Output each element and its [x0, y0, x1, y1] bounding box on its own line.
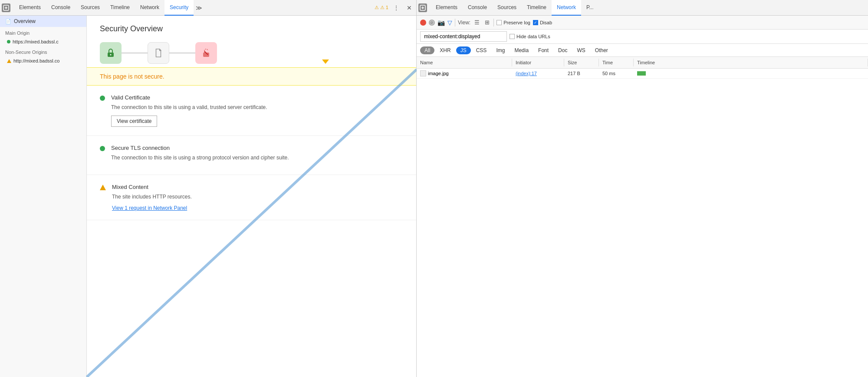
right-tab-console[interactable]: Console — [463, 0, 492, 16]
filter-tab-font[interactable]: Font — [534, 46, 553, 54]
right-panel: Elements Console Sources Timeline Networ… — [417, 0, 868, 377]
cert-title: Valid Certificate — [111, 94, 403, 101]
menu-button[interactable]: ⋮ — [391, 3, 401, 13]
warning-triangle-icon — [7, 59, 11, 63]
disable-cache-checkbox-container[interactable]: ✓ Disab — [533, 20, 552, 25]
left-panel-body: 📄 Overview Main Origin https://mixed.bad… — [0, 16, 416, 377]
row-size: 217 B — [564, 69, 599, 78]
close-button[interactable]: ✕ — [404, 3, 414, 13]
right-tab-timeline[interactable]: Timeline — [522, 0, 552, 16]
disable-cache-checkbox[interactable]: ✓ — [533, 20, 538, 25]
toolbar-sep-2 — [493, 19, 494, 26]
devtools-logo — [2, 3, 10, 12]
disable-cache-label: Disab — [540, 20, 552, 25]
overview-icon: 📄 — [5, 19, 11, 24]
security-main-content: Security Overview T — [87, 16, 416, 377]
row-name-text: image.jpg — [428, 71, 449, 76]
filter-tab-js[interactable]: JS — [456, 46, 471, 54]
camera-icon: 📷 — [437, 19, 445, 26]
sidebar: 📄 Overview Main Origin https://mixed.bad… — [0, 16, 87, 377]
header-name[interactable]: Name — [417, 59, 512, 66]
tls-green-dot — [100, 146, 105, 151]
table-row[interactable]: image.jpg (index):17 217 B 50 ms — [417, 69, 868, 79]
hide-data-urls-checkbox[interactable] — [510, 34, 515, 39]
right-tab-more[interactable]: P... — [581, 0, 598, 16]
main-origin-section: Main Origin — [0, 27, 86, 37]
doc-icon — [148, 42, 169, 64]
warning-badge: ⚠ ⚠ 1 — [375, 5, 388, 10]
sidebar-item-main-origin[interactable]: https://mixed.badssl.c — [0, 37, 86, 46]
cert-content: Valid Certificate The connection to this… — [111, 94, 403, 127]
tls-desc: The connection to this site is using a s… — [111, 154, 403, 162]
section-row-tls: Secure TLS connection The connection to … — [100, 145, 403, 166]
hide-data-urls-label: Hide data URLs — [516, 34, 550, 39]
progress-arrow — [322, 60, 329, 64]
tab-elements[interactable]: Elements — [14, 0, 46, 16]
section-row-mixed: Mixed Content The site includes HTTP res… — [100, 184, 403, 211]
non-secure-section: Non-Secure Origins — [0, 46, 86, 56]
header-initiator[interactable]: Initiator — [512, 59, 564, 66]
preserve-log-checkbox-container[interactable]: Preserve log — [496, 20, 530, 25]
hide-data-urls-container[interactable]: Hide data URLs — [510, 34, 550, 39]
security-overview-title: Security Overview — [87, 16, 416, 38]
network-table-header: Name Initiator Size Time Timeline — [417, 57, 868, 69]
tls-content: Secure TLS connection The connection to … — [111, 145, 403, 166]
tls-title: Secure TLS connection — [111, 145, 403, 151]
tab-network[interactable]: Network — [135, 0, 164, 16]
row-initiator[interactable]: (index):17 — [512, 69, 564, 78]
preserve-log-label: Preserve log — [503, 20, 530, 25]
view-certificate-button[interactable]: View certificate — [111, 116, 157, 127]
sidebar-item-overview[interactable]: 📄 Overview — [0, 16, 86, 27]
green-dot-icon — [7, 40, 10, 43]
lock-icon — [100, 42, 122, 64]
right-tab-elements[interactable]: Elements — [431, 0, 463, 16]
filter-tab-other[interactable]: Other — [591, 46, 612, 54]
filter-tab-img[interactable]: Img — [492, 46, 509, 54]
row-time: 50 ms — [599, 69, 634, 78]
right-tab-network[interactable]: Network — [552, 0, 581, 16]
progress-line-2 — [169, 53, 195, 53]
warning-banner: This page is not secure. — [87, 67, 416, 86]
tab-sources[interactable]: Sources — [76, 0, 105, 16]
tab-security[interactable]: Security — [164, 0, 194, 16]
filter-tab-all[interactable]: All — [420, 46, 434, 54]
tab-console[interactable]: Console — [46, 0, 76, 16]
network-table-body: image.jpg (index):17 217 B 50 ms — [417, 69, 868, 377]
header-timeline[interactable]: Timeline — [634, 59, 868, 66]
section-row-cert: Valid Certificate The connection to this… — [100, 94, 403, 127]
tab-timeline[interactable]: Timeline — [105, 0, 135, 16]
sidebar-item-non-secure[interactable]: http://mixed.badssl.co — [0, 56, 86, 65]
right-tab-sources[interactable]: Sources — [492, 0, 522, 16]
record-button[interactable] — [420, 20, 426, 26]
filter-tab-css[interactable]: CSS — [472, 46, 491, 54]
warning-icon: ⚠ — [375, 5, 379, 10]
filter-tab-doc[interactable]: Doc — [554, 46, 572, 54]
network-tab-bar: Elements Console Sources Timeline Networ… — [417, 0, 868, 16]
cert-desc: The connection to this site is using a v… — [111, 103, 403, 111]
header-size[interactable]: Size — [564, 59, 599, 66]
tab-bar-right: ⚠ ⚠ 1 ⋮ ✕ — [375, 3, 414, 13]
sidebar-overview-label: Overview — [14, 18, 36, 24]
progress-arrow-container — [234, 60, 416, 64]
stop-button[interactable]: ⊘ — [429, 20, 435, 26]
right-devtools-logo — [418, 3, 427, 12]
filter-tabs-row: All XHR JS CSS Img Media Font Doc WS Oth… — [417, 44, 868, 57]
filter-input[interactable] — [420, 31, 507, 42]
filter-tab-media[interactable]: Media — [510, 46, 533, 54]
filter-icon[interactable]: ▽ — [447, 19, 452, 26]
list-view-button[interactable]: ☰ — [473, 18, 481, 26]
view-in-network-link[interactable]: View 1 request in Network Panel — [112, 205, 187, 211]
group-view-button[interactable]: ⊞ — [483, 18, 491, 26]
mixed-desc: The site includes HTTP resources. — [112, 193, 403, 201]
more-tabs-button[interactable]: ≫ — [194, 3, 204, 13]
preserve-log-checkbox[interactable] — [496, 20, 502, 25]
filter-tab-xhr[interactable]: XHR — [435, 46, 455, 54]
valid-certificate-section: Valid Certificate The connection to this… — [87, 86, 416, 136]
file-icon — [420, 70, 426, 76]
mixed-title: Mixed Content — [112, 184, 403, 190]
view-label: View: — [458, 20, 470, 26]
secure-tls-section: Secure TLS connection The connection to … — [87, 136, 416, 175]
svg-point-2 — [110, 54, 112, 56]
header-time[interactable]: Time — [599, 59, 634, 66]
filter-tab-ws[interactable]: WS — [572, 46, 589, 54]
